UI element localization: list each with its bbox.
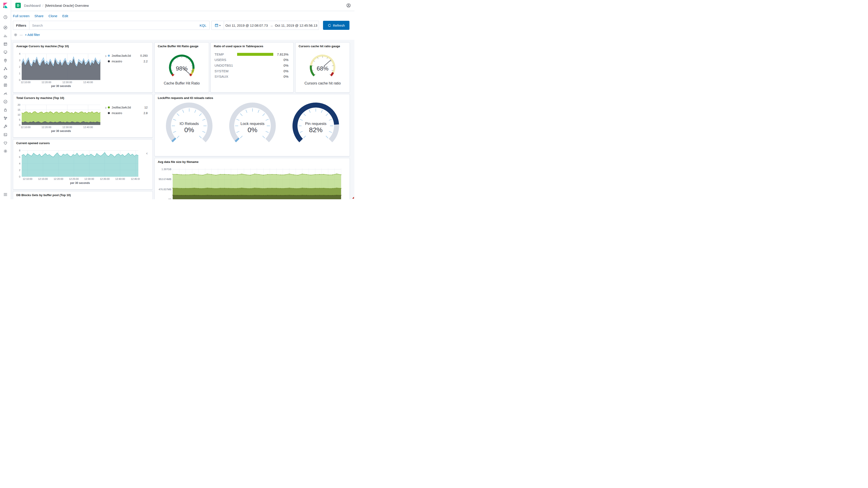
svg-text:0: 0 [19, 175, 20, 178]
sidebar-item-apm[interactable] [2, 90, 9, 97]
svg-text:6: 6 [19, 156, 20, 158]
share-link[interactable]: Share [34, 14, 43, 18]
svg-text:12:40:00: 12:40:00 [115, 177, 125, 180]
top-header: D Dashboard / [Metricbeat Oracle] Overvi… [11, 0, 354, 11]
panel-title: Ratio of used space in Tablespaces [211, 42, 293, 49]
legend-item[interactable]: mcastro 2.2 [108, 59, 148, 64]
axis-label: per 30 seconds [22, 85, 100, 88]
panel-db-blocks: DB Blocks Gets by buffer pool (Top 10) [13, 191, 153, 199]
tablespace-name: USERS [215, 58, 237, 62]
svg-text:10: 10 [18, 113, 20, 116]
sidebar-item-stack-monitoring[interactable] [2, 139, 9, 147]
gear-icon[interactable] [14, 33, 18, 37]
sidebar-item-discover[interactable] [2, 24, 9, 31]
legend-expand-icon[interactable]: › [105, 105, 106, 109]
date-to[interactable]: Oct 11, 2019 @ 12:45:56.13 [274, 24, 319, 27]
query-bar: Filters KQL ▾ Oct 11, 2019 @ 12:08:07.73… [13, 21, 349, 30]
svg-text:12:20:00: 12:20:00 [54, 177, 63, 180]
svg-text:1.397GB: 1.397GB [162, 168, 171, 170]
kql-toggle[interactable]: KQL [199, 24, 209, 27]
account-icon[interactable] [346, 3, 351, 8]
space-badge[interactable]: D [16, 3, 21, 8]
ml-icon [3, 67, 7, 71]
monitoring-icon [3, 141, 7, 145]
add-filter-link[interactable]: + Add filter [25, 33, 40, 37]
sidebar-item-canvas[interactable] [2, 48, 9, 56]
full-screen-link[interactable]: Full screen [13, 14, 29, 18]
axis-label: per 30 seconds [22, 129, 100, 133]
svg-text:12:20:00: 12:20:00 [41, 81, 51, 84]
sidebar-item-maps[interactable] [2, 57, 9, 64]
legend-item[interactable]: 2ed9ac3a4c3d 12 [108, 105, 148, 110]
sidebar-item-graph[interactable] [2, 115, 9, 122]
dashboard-canvas: Average Cursors by machine (Top 10) 0123… [11, 40, 354, 199]
series-color-dot [108, 60, 110, 62]
svg-text:12:10:00: 12:10:00 [21, 81, 31, 84]
sidebar-item-machine-learning[interactable] [2, 65, 9, 72]
panel-title: Cursors cache hit ratio gauge [296, 42, 350, 49]
filters-button[interactable]: Filters [13, 21, 29, 30]
sidebar-item-uptime[interactable] [2, 98, 9, 105]
edit-link[interactable]: Edit [62, 14, 68, 18]
sidebar-nav [2, 12, 9, 156]
sidebar-item-dashboard[interactable] [2, 40, 9, 48]
maps-icon [3, 59, 7, 63]
area-chart-datafile-size: 1.397GB953.674MB476.837MB0B [155, 167, 344, 199]
svg-text:476.837MB: 476.837MB [159, 188, 171, 191]
svg-text:4: 4 [19, 162, 20, 165]
sidebar-item-console[interactable] [2, 131, 9, 138]
calendar-button[interactable]: ▾ [212, 21, 224, 30]
filter-separator: — [20, 33, 23, 37]
legend-series-name: 2ed9ac3a4c3d [112, 106, 143, 109]
lock-requests-gauge: Lock requests 0% [226, 102, 278, 150]
tablespace-name: UNDOTBS1 [215, 64, 237, 67]
gauge-value: 82% [309, 126, 322, 134]
legend-collapse-icon[interactable]: ‹ [146, 151, 148, 155]
kibana-logo[interactable] [2, 2, 8, 9]
code-icon [3, 133, 7, 137]
refresh-button[interactable]: Refresh [323, 21, 349, 30]
nav-collapse-toggle[interactable] [2, 192, 9, 197]
devtools-icon [3, 125, 7, 129]
cache-buffer-gauge: 98% [165, 53, 199, 79]
sidebar-item-visualize[interactable] [2, 32, 9, 39]
area-chart-current-cursors: 0246812:10:0012:15:0012:20:0012:25:0012:… [13, 149, 140, 181]
search-input[interactable] [29, 24, 199, 27]
pin-requests-gauge: Pin requests 82% [290, 102, 342, 150]
panel-title: Current opened cursors [13, 139, 153, 146]
area-chart-average-cursors: 0123412:10:0012:20:0012:30:0012:40:00 [13, 53, 103, 84]
panel-average-cursors: Average Cursors by machine (Top 10) 0123… [13, 42, 153, 93]
filter-actions: — + Add filter [11, 30, 354, 40]
tablespace-name: SYSTEM [215, 69, 237, 73]
panel-current-cursors: Current opened cursors 0246812:10:0012:1… [13, 139, 153, 190]
kibana-app: D Dashboard / [Metricbeat Oracle] Overvi… [0, 0, 354, 199]
legend-item[interactable]: mcastro 2.8 [108, 110, 148, 116]
panel-title: Cache Buffer Hit Ratio gauge [155, 42, 209, 49]
svg-text:0: 0 [19, 78, 20, 81]
sidebar-item-metrics[interactable] [2, 73, 9, 80]
svg-text:12:10:00: 12:10:00 [21, 126, 31, 129]
clone-link[interactable]: Clone [49, 14, 57, 18]
sidebar-item-dev-tools[interactable] [2, 123, 9, 130]
panel-title: Lock/Pin requests and IO reloads ratios [155, 94, 350, 101]
svg-text:12:25:00: 12:25:00 [69, 177, 79, 180]
legend-expand-icon[interactable]: › [105, 54, 106, 58]
breadcrumb-dashboard[interactable]: Dashboard [24, 4, 40, 7]
apm-icon [3, 92, 7, 96]
sidebar-item-siem[interactable] [2, 106, 9, 113]
sidebar-item-recently-viewed[interactable] [2, 13, 9, 21]
date-from[interactable]: Oct 11, 2019 @ 12:08:07.73 [224, 24, 269, 27]
svg-text:12:30:00: 12:30:00 [84, 177, 94, 180]
svg-text:12:20:00: 12:20:00 [41, 126, 51, 129]
date-picker: ▾ Oct 11, 2019 @ 12:08:07.73 → Oct 11, 2… [211, 21, 319, 30]
series-color-dot [108, 55, 110, 57]
svg-text:12:45:00: 12:45:00 [131, 177, 140, 180]
legend-series-value: 2.2 [144, 60, 148, 63]
svg-text:12:30:00: 12:30:00 [62, 126, 72, 129]
panel-cache-buffer-gauge: Cache Buffer Hit Ratio gauge 98% Cache B… [154, 42, 209, 93]
legend-item[interactable]: 2ed9ac3a4c3d 0.293 [108, 53, 148, 59]
sidebar-item-logs[interactable] [2, 82, 9, 89]
sidebar-item-management[interactable] [2, 148, 9, 155]
security-icon [3, 108, 7, 112]
discover-icon [3, 26, 7, 30]
